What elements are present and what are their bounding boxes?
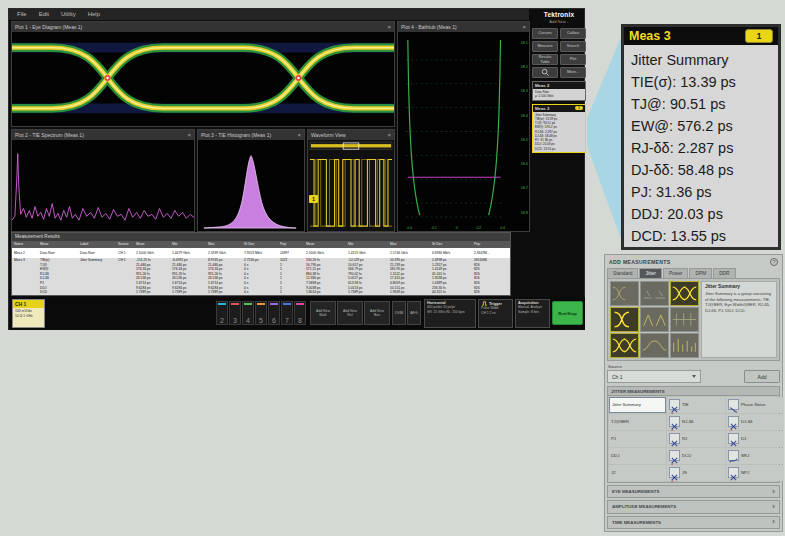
acquisition-values: Manual, Analyze Sample: 8 bits [518, 305, 547, 315]
callout-line-rj: RJ-δδ: 2.287 ps [631, 137, 771, 159]
plot4-bathtub-window: Plot 4 - Bathtub (Meas 1) × 1E-1 1E-2 1E… [397, 21, 530, 232]
channel5-button[interactable]: 5 [255, 301, 267, 325]
plot4-title-bar[interactable]: Plot 4 - Bathtub (Meas 1) × [398, 22, 529, 32]
dvm-button[interactable]: DVM [392, 301, 406, 325]
meas2-badge-title: Meas 2 [535, 83, 549, 88]
amplitude-measurements-section[interactable]: AMPLITUDE MEASUREMENTS › [607, 500, 780, 513]
tile-label: DJ-δδ [741, 419, 752, 424]
cursors-button[interactable]: Cursors [532, 28, 558, 39]
tab-jitter[interactable]: Jitter [639, 268, 661, 278]
measure-button[interactable]: Measure [532, 41, 558, 52]
time-measurements-section[interactable]: TIME MEASUREMENTS › [607, 516, 780, 529]
tile-rj[interactable]: RJ [667, 431, 725, 447]
horizontal-settings-box[interactable]: Horizontal 400 ps/div 10 ps/pt SR: 25 GS… [424, 299, 476, 328]
tile-j9[interactable]: J9 [667, 465, 725, 481]
menu-help[interactable]: Help [83, 9, 105, 20]
plot2-title-bar[interactable]: Plot 2 - TIE Spectrum (Meas 1) × [12, 130, 194, 140]
ui-tick: 0.4 [500, 226, 505, 230]
help-icon[interactable]: ? [770, 258, 778, 266]
cell: 1.4479 Gb/s [170, 248, 206, 258]
add-measurement-button[interactable]: Add [744, 370, 780, 383]
tile-label: PJ [611, 436, 616, 441]
meas2-badge[interactable]: Meas 2 Data Rate μ: 2.500 Gb/s [532, 81, 586, 101]
sidebar-button-grid: Cursors Callout Measure Search Results T… [532, 28, 586, 78]
meas3-badge[interactable]: Meas 3 1 Jitter Summary TIE(σ): 13.39 ps… [532, 104, 586, 153]
tile-phase-noise[interactable]: Phase Noise [726, 397, 784, 413]
results-table-button[interactable]: Results Table [532, 54, 558, 65]
thumbnail-eye-icon[interactable] [610, 281, 639, 306]
thumbnail-eye-icon[interactable] [670, 281, 699, 306]
channel3-button[interactable]: 3 [229, 301, 241, 325]
run-stop-button[interactable]: Run/Stop [552, 301, 583, 325]
channel2-button[interactable]: 2 [216, 301, 228, 325]
channel1-marker-chip[interactable]: 1 [309, 195, 318, 203]
plot1-title-bar[interactable]: Plot 1 - Eye Diagram (Meas 1) × [12, 22, 394, 32]
tile-srj[interactable]: SRJ [726, 448, 784, 464]
close-icon[interactable]: × [387, 22, 391, 32]
ui-tick: 0.2 [477, 226, 482, 230]
close-icon[interactable]: × [387, 130, 391, 140]
plot3-title-bar[interactable]: Plot 3 - TIE Histogram (Meas 1) × [198, 130, 304, 140]
tab-standard[interactable]: Standard [607, 268, 638, 278]
channel1-badge[interactable]: CH 1 100 mV/div 50 Ω 1 GHz [12, 299, 45, 328]
zoom-button[interactable] [532, 67, 558, 78]
channel7-button[interactable]: 7 [281, 301, 293, 325]
close-icon[interactable]: × [187, 130, 191, 140]
add-new-ref-button[interactable]: Add New Ref [337, 301, 363, 325]
tile-dcd[interactable]: DCD [667, 448, 725, 464]
menu-file[interactable]: File [12, 9, 32, 20]
source-row: Ch 1 Add [607, 370, 780, 383]
source-select[interactable]: Ch 1 [607, 370, 701, 383]
measurement-tabs: Standard Jitter Power DPM DDR [607, 268, 780, 278]
channel6-button[interactable]: 6 [268, 301, 280, 325]
cell: 10.395 ps 21.239 ps 581.95 ps 1.1122 ps … [388, 258, 430, 295]
tile-j2[interactable]: J2 [609, 465, 666, 481]
menu-utility[interactable]: Utility [56, 9, 81, 20]
add-new-math-button[interactable]: Add New Math [310, 301, 336, 325]
tile-tie[interactable]: TIE [667, 397, 725, 413]
channel8-button[interactable]: 8 [294, 301, 306, 325]
tab-dpm[interactable]: DPM [689, 268, 712, 278]
thumbnail-eye-icon[interactable] [640, 281, 669, 306]
channel6-color-strip [270, 303, 278, 305]
tile-djdd[interactable]: DJ-δδ [726, 414, 784, 430]
close-icon[interactable]: × [297, 130, 301, 140]
tab-ddr[interactable]: DDR [713, 268, 735, 278]
tile-npj[interactable]: NPJ [726, 465, 784, 481]
measurement-x-icon [728, 433, 739, 444]
tile-jitter-summary[interactable]: Jitter Summary [609, 397, 666, 413]
thumbnail-eye-icon[interactable] [640, 333, 669, 358]
afg-button[interactable]: AFG [407, 301, 421, 325]
channel4-button[interactable]: 4 [242, 301, 254, 325]
tile-dj[interactable]: DJ [726, 431, 784, 447]
menu-edit[interactable]: Edit [34, 9, 54, 20]
tektronix-logo: Tektronix [532, 11, 586, 18]
measurement-gallery: Jitter Summary Jitter Summary is a group… [607, 278, 780, 361]
thumbnail-eye-icon[interactable] [670, 307, 699, 332]
callout-header: Meas 3 1 [624, 27, 778, 45]
waveform-title-bar[interactable]: Waveform View × [308, 130, 394, 140]
tab-power[interactable]: Power [663, 268, 689, 278]
tile-tjber[interactable]: TJ@BER [609, 414, 666, 430]
jitter-measurements-section-header[interactable]: JITTER MEASUREMENTS [607, 386, 780, 396]
measurement-x-icon [669, 416, 680, 427]
add-new-bus-button[interactable]: Add New Bus [364, 301, 390, 325]
eye-measurements-section[interactable]: EYE MEASUREMENTS › [607, 485, 780, 498]
trigger-settings-box[interactable]: Trigger Pulse Width CH 1 2 ns [478, 299, 513, 328]
table-row-meas3[interactable]: Meas 3 TIE(σ) TJ@ EW@ RJ-δδ DJ-δδ PJ DDJ… [12, 258, 510, 295]
tile-ddj[interactable]: DDJ [609, 448, 666, 464]
phase-noise-icon [728, 399, 739, 410]
thumbnail-eye-icon[interactable] [610, 333, 639, 358]
tile-pj[interactable]: PJ [609, 431, 666, 447]
table-row-meas2[interactable]: Meas 2 Data Rate Data Rate CH 1 2.5000 G… [12, 248, 510, 258]
tile-rjdd[interactable]: RJ-δδ [667, 414, 725, 430]
thumbnail-eye-icon[interactable] [670, 333, 699, 358]
trigger-title: Trigger [489, 302, 502, 306]
thumbnail-eye-icon[interactable] [640, 307, 669, 332]
channel5-color-strip [257, 303, 265, 305]
jitter-measurement-grid: Jitter Summary TIE Phase Noise TJ@BER RJ… [607, 396, 780, 483]
thumbnail-eye-icon[interactable] [610, 307, 639, 332]
close-icon[interactable]: × [522, 22, 526, 32]
acquisition-settings-box[interactable]: Acquisition Manual, Analyze Sample: 8 bi… [515, 299, 550, 328]
cell: -12.129 ps 10.657 ps 566.79 ps 790.02 fs… [346, 258, 388, 295]
